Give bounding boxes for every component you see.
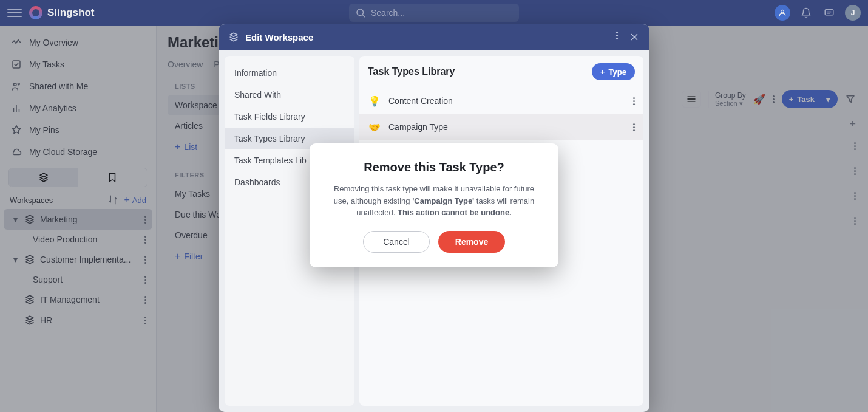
msb-information[interactable]: Information — [225, 62, 354, 84]
handshake-icon: 🤝 — [368, 120, 381, 134]
remove-button[interactable]: Remove — [438, 231, 505, 253]
task-type-content-creation[interactable]: 💡Content Creation — [359, 88, 643, 114]
dialog-more-icon[interactable] — [616, 32, 618, 43]
cancel-button[interactable]: Cancel — [363, 231, 430, 253]
dialog-title: Edit Workspace — [245, 32, 313, 43]
add-type-button[interactable]: +Type — [592, 63, 635, 80]
msb-task-fields[interactable]: Task Fields Library — [225, 106, 354, 128]
confirm-title: Remove this Task Type? — [327, 160, 541, 174]
task-type-more-icon[interactable] — [633, 97, 635, 105]
task-type-campaign[interactable]: 🤝Campaign Type — [359, 114, 643, 140]
task-types-title: Task Types Library — [368, 66, 455, 77]
confirm-body: Removing this task type will make it una… — [327, 183, 541, 219]
msb-shared-with[interactable]: Shared With — [225, 84, 354, 106]
close-icon[interactable] — [629, 32, 640, 43]
lightbulb-icon: 💡 — [368, 94, 381, 108]
task-type-more-icon[interactable] — [633, 123, 635, 131]
stack-icon — [228, 32, 239, 43]
confirm-dialog: Remove this Task Type? Removing this tas… — [310, 143, 558, 267]
